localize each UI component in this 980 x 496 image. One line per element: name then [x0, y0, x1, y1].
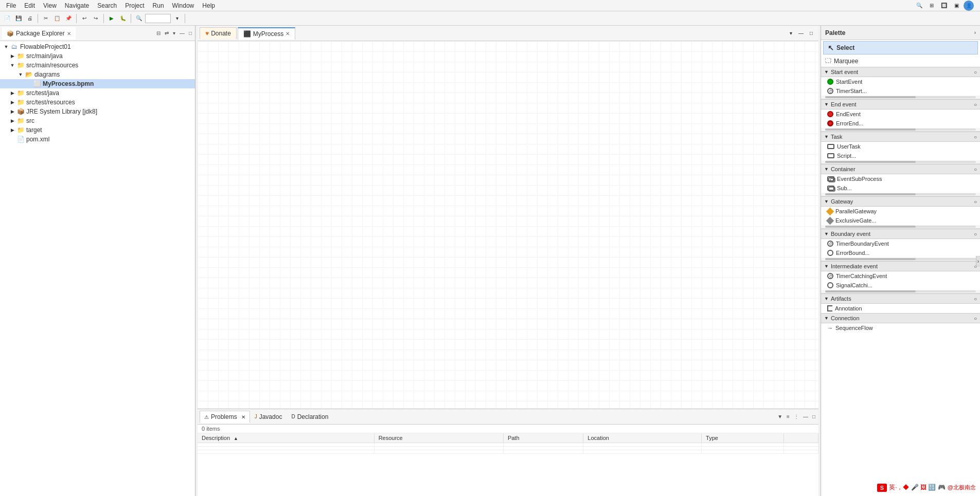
timer-boundary-item[interactable]: ⏱ TimerBoundaryEvent [821, 239, 980, 248]
toolbar-debug-btn[interactable]: 🐛 [118, 13, 128, 24]
menu-window[interactable]: Window [168, 1, 199, 10]
sort-icon-desc[interactable]: ▲ [234, 436, 238, 441]
menu-help[interactable]: Help [198, 1, 219, 10]
parallel-gateway-item[interactable]: ParallelGateway [821, 207, 980, 216]
package-explorer-tab[interactable]: 📦 Package Explorer ✕ [2, 27, 76, 40]
user-icon[interactable]: 👤 [964, 1, 974, 11]
search-icon-top[interactable]: 🔍 [914, 1, 924, 11]
problems-close[interactable]: ✕ [241, 414, 245, 420]
zoom-input[interactable]: 100% [145, 14, 171, 23]
tree-item-src-test-java[interactable]: ▶ 📁 src/test/java [0, 88, 195, 98]
start-event-item[interactable]: StartEvent [821, 77, 980, 86]
tree-item-target[interactable]: ▶ 📁 target [0, 125, 195, 135]
annotation-item[interactable]: Annotation [821, 304, 980, 313]
boundary-event-section[interactable]: ▼ Boundary event ○ [821, 229, 980, 239]
subprocess-item[interactable]: Sub... [821, 183, 980, 193]
window-icon-2[interactable]: 🔲 [939, 1, 949, 11]
minimize-left-btn[interactable]: — [179, 29, 186, 37]
toolbar-undo-btn[interactable]: ↩ [79, 13, 90, 24]
palette-collapse-btn[interactable]: › [976, 255, 980, 266]
exclusive-gateway-item[interactable]: ExclusiveGate... [821, 216, 980, 225]
zoom-dropdown-btn[interactable]: ▾ [172, 13, 182, 24]
menu-view[interactable]: View [39, 1, 61, 10]
start-event-collapse[interactable]: ○ [974, 69, 977, 75]
task-scrollbar-thumb[interactable] [825, 161, 916, 163]
tab-bar-maximize-btn[interactable]: □ [806, 28, 816, 39]
palette-chevron-right[interactable]: › [974, 30, 976, 35]
declaration-tab[interactable]: D Declaration [287, 411, 333, 423]
gateway-scrollbar-thumb[interactable] [825, 226, 916, 228]
error-boundary-item[interactable]: ErrorBound... [821, 248, 980, 258]
problems-tab[interactable]: ⚠ Problems ✕ [200, 411, 250, 423]
tree-item-src-main-java[interactable]: ▶ 📁 src/main/java [0, 51, 195, 61]
problems-view-btn[interactable]: ≡ [786, 413, 791, 420]
timer-catching-item[interactable]: ⏱ TimerCatchingEvent [821, 271, 980, 281]
tree-item-project[interactable]: ▼ 🗂 FlowableProject01 [0, 42, 195, 51]
problems-maximize-btn[interactable]: □ [811, 413, 816, 420]
tab-bar-minimize-btn[interactable]: — [796, 28, 806, 39]
myprocess-tab[interactable]: ⬛ MyProcess ✕ [238, 27, 295, 40]
container-scrollbar-thumb[interactable] [825, 193, 916, 195]
event-subprocess-item[interactable]: EventSubProcess [821, 174, 980, 183]
timer-start-item[interactable]: ⏱ TimerStart... [821, 86, 980, 96]
toolbar-cut-btn[interactable]: ✂ [41, 13, 51, 24]
toolbar-new-btn[interactable]: 📄 [2, 13, 12, 24]
intermediate-scrollbar-thumb[interactable] [825, 290, 916, 292]
view-menu-btn[interactable]: ▾ [172, 29, 176, 37]
donate-tab[interactable]: ♥ Donate [200, 27, 237, 39]
toolbar-print-btn[interactable]: 🖨 [25, 13, 35, 24]
task-section[interactable]: ▼ Task ○ [821, 132, 980, 142]
window-icon-1[interactable]: ⊞ [926, 1, 937, 11]
container-collapse[interactable]: ○ [974, 167, 977, 172]
bpmn-canvas[interactable] [198, 41, 818, 409]
container-section[interactable]: ▼ Container ○ [821, 164, 980, 174]
boundary-scrollbar-thumb[interactable] [825, 258, 916, 260]
artifacts-section[interactable]: ▼ Artifacts ○ [821, 293, 980, 304]
boundary-event-collapse[interactable]: ○ [974, 231, 977, 237]
scrollbar-thumb[interactable] [825, 96, 916, 98]
end-event-item[interactable]: EndEvent [821, 109, 980, 119]
myprocess-tab-close[interactable]: ✕ [286, 31, 290, 36]
gateway-section[interactable]: ▼ Gateway ○ [821, 196, 980, 207]
collapse-all-btn[interactable]: ⊟ [155, 29, 162, 37]
tree-item-pom[interactable]: 📄 pom.xml [0, 135, 195, 144]
intermediate-event-section[interactable]: ▼ Intermediate event ○ [821, 261, 980, 271]
window-icon-3[interactable]: ▣ [951, 1, 961, 11]
toolbar-redo-btn[interactable]: ↪ [91, 13, 101, 24]
toolbar-zoom-out-btn[interactable]: 🔍 [134, 13, 144, 24]
menu-search[interactable]: Search [93, 1, 121, 10]
problems-menu-btn[interactable]: ⋮ [793, 413, 800, 420]
script-task-item[interactable]: Script... [821, 151, 980, 160]
end-event-section[interactable]: ▼ End event ○ [821, 99, 980, 109]
user-task-item[interactable]: UserTask [821, 142, 980, 151]
menu-edit[interactable]: Edit [20, 1, 39, 10]
tree-item-jre-lib[interactable]: ▶ 📦 JRE System Library [jdk8] [0, 107, 195, 116]
signal-catching-item[interactable]: SignalCatchi... [821, 281, 980, 290]
toolbar-run-btn[interactable]: ▶ [106, 13, 117, 24]
marquee-tool[interactable]: Marquee [821, 56, 980, 67]
javadoc-tab[interactable]: J Javadoc [250, 411, 287, 423]
maximize-left-btn[interactable]: □ [188, 29, 193, 37]
sequence-flow-item[interactable]: → SequenceFlow [821, 323, 980, 333]
toolbar-paste-btn[interactable]: 📌 [63, 13, 74, 24]
start-event-section[interactable]: ▼ Start event ○ [821, 67, 980, 77]
menu-run[interactable]: Run [149, 1, 168, 10]
error-end-item[interactable]: ErrorEnd... [821, 119, 980, 128]
problems-minimize-btn[interactable]: — [802, 413, 809, 420]
problems-filter-btn[interactable]: ▼ [776, 413, 783, 420]
package-explorer-close[interactable]: ✕ [67, 31, 71, 36]
task-collapse[interactable]: ○ [974, 134, 977, 140]
select-tool[interactable]: ↖ Select [823, 41, 978, 54]
tree-item-src-test-res[interactable]: ▶ 📁 src/test/resources [0, 98, 195, 107]
menu-navigate[interactable]: Navigate [61, 1, 93, 10]
connection-collapse[interactable]: ○ [974, 316, 977, 321]
tree-item-diagrams[interactable]: ▼ 📂 diagrams [0, 70, 195, 79]
tree-item-src[interactable]: ▶ 📁 src [0, 116, 195, 125]
artifacts-collapse[interactable]: ○ [974, 296, 977, 302]
link-editor-btn[interactable]: ⇄ [164, 29, 170, 37]
toolbar-save-btn[interactable]: 💾 [13, 13, 24, 24]
connection-section[interactable]: ▼ Connection ○ [821, 313, 980, 323]
toolbar-copy-btn[interactable]: 📋 [52, 13, 62, 24]
menu-project[interactable]: Project [121, 1, 148, 10]
tree-item-myprocess[interactable]: ⬜ MyProcess.bpmn [0, 79, 195, 88]
